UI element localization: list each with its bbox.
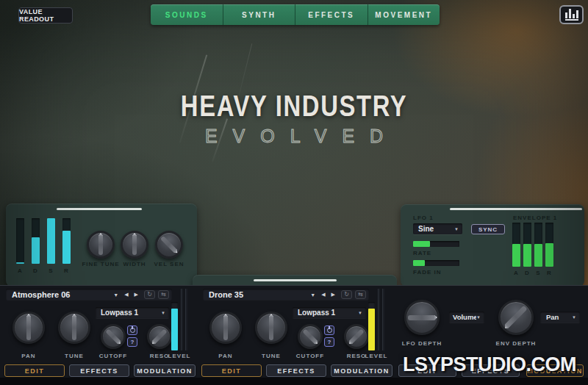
level-meter-icon <box>565 9 578 21</box>
sustain-label: S <box>47 267 55 274</box>
amp-envelope-panel: A D S R FINE TUNE WIDTH VEL SEN <box>6 204 197 287</box>
env-release-bar[interactable] <box>545 223 553 267</box>
tab-effects[interactable]: EFFECTS <box>295 4 368 25</box>
preset-selector[interactable]: Drone 35 ▼ ◀ ▶ ↻ ⇆ <box>203 289 369 301</box>
meter-track <box>382 289 384 350</box>
prev-preset-icon[interactable]: ◀ <box>121 292 131 298</box>
env-release-label: R <box>545 270 553 276</box>
chevron-down-icon: ▼ <box>454 227 462 231</box>
value-readout: VALUE READOUT <box>18 7 73 24</box>
modulation-button[interactable]: MODULATION <box>134 364 196 377</box>
help-icon: ? <box>328 339 331 345</box>
product-subtitle: EVOLVED <box>0 126 588 147</box>
next-preset-icon[interactable]: ▶ <box>132 292 141 298</box>
preset-dropdown-icon[interactable]: ▼ <box>307 292 318 298</box>
effects-button[interactable]: EFFECTS <box>69 364 129 377</box>
attack-slider[interactable] <box>16 218 24 264</box>
level-fader[interactable] <box>368 302 375 350</box>
fade-in-label: FADE IN <box>413 269 442 276</box>
preset-selector[interactable]: Atmosphere 06 ▼ ◀ ▶ ↻ ⇆ <box>6 289 172 301</box>
decay-slider[interactable] <box>32 218 40 264</box>
level-label: LEVEL <box>360 353 392 359</box>
release-slider[interactable] <box>62 218 71 264</box>
plugin-window: VALUE READOUT SOUNDS SYNTH EFFECTS MOVEM… <box>0 0 588 385</box>
pan-knob[interactable] <box>209 312 242 344</box>
lfo-waveform-select[interactable]: Sine ▼ <box>413 223 462 234</box>
chevron-down-icon: ▼ <box>161 311 169 315</box>
fade-in-slider[interactable] <box>413 260 459 266</box>
bottom-band <box>0 378 588 385</box>
panel-handle[interactable] <box>450 208 582 210</box>
modulation-button[interactable]: MODULATION <box>331 364 392 377</box>
env-target-value: Pan <box>540 313 572 321</box>
env-target-select[interactable]: Pan ▼ <box>540 312 580 323</box>
tune-knob[interactable] <box>58 312 90 344</box>
tune-label: TUNE <box>58 353 90 359</box>
level-meter-button[interactable] <box>559 5 584 24</box>
filter-help-button[interactable]: ? <box>127 337 137 347</box>
tune-knob[interactable] <box>255 312 287 344</box>
edit-button[interactable]: EDIT <box>201 364 262 377</box>
filter-select[interactable]: Lowpass 1 ▼ <box>293 307 366 318</box>
tab-synth[interactable]: SYNTH <box>223 4 295 25</box>
chevron-down-icon: ▼ <box>476 315 484 320</box>
tab-movement[interactable]: MOVEMENT <box>368 4 440 25</box>
sustain-slider[interactable] <box>47 218 55 264</box>
watermark: LSYPSTUDIO.COM <box>392 353 587 376</box>
level-fader[interactable] <box>171 302 178 350</box>
filter-value: Lowpass 1 <box>96 309 161 317</box>
edit-button[interactable]: EDIT <box>4 364 65 377</box>
panel-handle[interactable] <box>57 208 142 210</box>
next-preset-icon[interactable]: ▶ <box>329 292 338 298</box>
lfo-depth-knob[interactable] <box>404 300 440 335</box>
loop-icon[interactable]: ⇆ <box>158 290 169 299</box>
cutoff-knob[interactable] <box>298 324 323 349</box>
filter-select[interactable]: Lowpass 1 ▼ <box>96 307 169 318</box>
pan-knob[interactable] <box>12 312 45 344</box>
rate-slider[interactable] <box>413 241 459 247</box>
cutoff-label: CUTOFF <box>95 353 132 359</box>
decay-label: D <box>32 267 40 274</box>
filter-power-button[interactable] <box>127 325 137 335</box>
preset-name: Atmosphere 06 <box>6 290 110 299</box>
env-decay-label: D <box>523 270 531 276</box>
help-icon: ? <box>131 339 135 345</box>
env-depth-knob[interactable] <box>498 300 534 335</box>
tune-label: TUNE <box>255 353 287 359</box>
filter-help-button[interactable]: ? <box>324 337 334 347</box>
reload-icon[interactable]: ↻ <box>144 290 155 299</box>
meter-track <box>181 289 183 350</box>
vel-sen-label: VEL SEN <box>140 261 198 267</box>
prev-preset-icon[interactable]: ◀ <box>318 292 328 298</box>
env-decay-bar[interactable] <box>523 223 531 267</box>
vel-sen-knob[interactable] <box>155 231 183 259</box>
fine-tune-knob[interactable] <box>87 231 115 259</box>
reso-knob[interactable] <box>344 324 369 349</box>
channel-strip-1: Atmosphere 06 ▼ ◀ ▶ ↻ ⇆ Lowpass 1 ▼ ? <box>4 287 196 383</box>
filter-power-button[interactable] <box>324 325 334 335</box>
meter-track <box>185 289 187 350</box>
env-sustain-label: S <box>534 270 542 276</box>
lfo-target-value: Volume <box>449 313 476 321</box>
channel-strip-2: Drone 35 ▼ ◀ ▶ ↻ ⇆ Lowpass 1 ▼ ? <box>201 287 392 383</box>
lfo-target-select[interactable]: Volume ▼ <box>449 312 484 323</box>
filter-value: Lowpass 1 <box>293 309 358 317</box>
lfo-title: LFO 1 <box>413 215 434 221</box>
width-knob[interactable] <box>121 231 148 259</box>
sync-button[interactable]: SYNC <box>471 224 505 234</box>
preset-dropdown-icon[interactable]: ▼ <box>110 292 121 298</box>
cutoff-label: CUTOFF <box>292 353 329 359</box>
main-tab-bar: SOUNDS SYNTH EFFECTS MOVEMENT <box>151 4 440 25</box>
tab-sounds[interactable]: SOUNDS <box>151 4 223 25</box>
env-depth-label: ENV DEPTH <box>492 340 539 347</box>
preset-name: Drone 35 <box>203 290 307 299</box>
env-attack-bar[interactable] <box>512 223 520 267</box>
reso-knob[interactable] <box>147 324 172 349</box>
loop-icon[interactable]: ⇆ <box>355 290 366 299</box>
cutoff-knob[interactable] <box>101 324 126 349</box>
env-sustain-bar[interactable] <box>534 223 542 267</box>
panel-handle[interactable] <box>254 279 337 281</box>
reload-icon[interactable]: ↻ <box>341 290 352 299</box>
lfo-waveform-value: Sine <box>413 225 454 233</box>
effects-button[interactable]: EFFECTS <box>266 364 326 377</box>
